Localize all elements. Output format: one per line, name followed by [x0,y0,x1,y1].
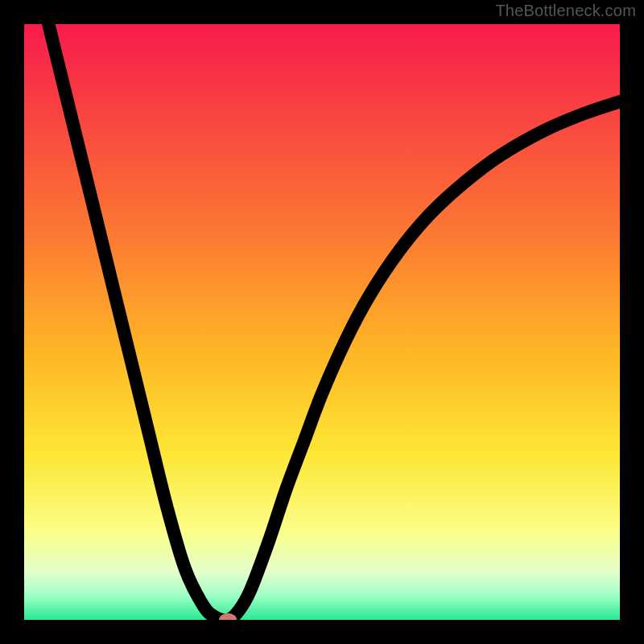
watermark-label: TheBottleneck.com [495,2,636,20]
chart-frame: TheBottleneck.com [0,0,644,644]
chart-svg [24,24,620,620]
chart-background [24,24,620,620]
plot-area [24,24,620,620]
